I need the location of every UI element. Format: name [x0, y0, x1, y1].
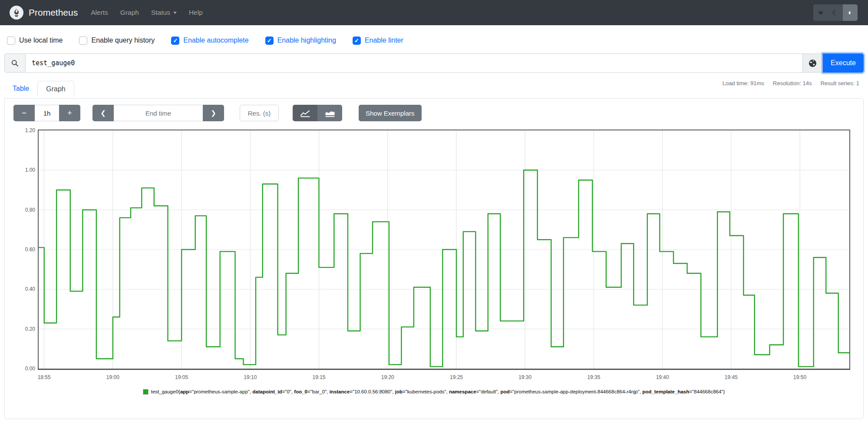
query-options-row: Use local time Enable query history Enab…	[7, 32, 403, 49]
auto-theme-icon[interactable]: ◐	[843, 4, 858, 21]
dark-theme-icon[interactable]: ☾	[828, 4, 843, 21]
x-axis-labels: 18:5519:0019:0519:1019:1519:2019:2519:30…	[5, 99, 863, 107]
option-use-local-time[interactable]: Use local time	[7, 37, 63, 45]
stat-load-time: Load time: 91ms	[723, 80, 764, 87]
checkbox-enable-query-history[interactable]	[79, 37, 87, 45]
nav-item-help[interactable]: Help	[189, 9, 203, 17]
query-expression-input[interactable]	[25, 53, 803, 73]
checkbox-enable-autocomplete[interactable]	[171, 37, 179, 45]
x-tick-label: 19:20	[370, 374, 405, 380]
y-tick-label: 0.00	[5, 366, 35, 372]
y-tick-label: 0.80	[5, 207, 35, 213]
prometheus-flame-icon	[10, 6, 23, 20]
tab-graph[interactable]: Graph	[37, 81, 74, 97]
series-line	[39, 170, 849, 366]
chart-svg	[39, 130, 849, 369]
prometheus-brand[interactable]: Prometheus	[10, 6, 78, 20]
nav-item-graph[interactable]: Graph	[120, 9, 139, 17]
chevron-down-icon	[173, 12, 177, 14]
x-tick-label: 19:35	[576, 374, 611, 380]
tab-table[interactable]: Table	[4, 81, 37, 97]
series-legend: test_gauge0{app="prometheus-sample-app",…	[5, 389, 863, 394]
x-tick-label: 19:25	[439, 374, 474, 380]
navbar: Prometheus Alerts Graph Status Help ☀ ☾ …	[0, 0, 868, 25]
x-tick-label: 19:05	[164, 374, 199, 380]
metrics-explorer-globe-icon[interactable]	[803, 53, 823, 73]
series-label[interactable]: test_gauge0{app="prometheus-sample-app",…	[151, 389, 725, 394]
search-icon	[4, 53, 25, 73]
x-tick-label: 19:45	[714, 374, 749, 380]
y-tick-label: 0.60	[5, 246, 35, 253]
light-theme-icon[interactable]: ☀	[813, 4, 828, 21]
y-axis-labels: 0.000.200.400.600.801.001.20	[5, 99, 35, 403]
option-enable-highlighting[interactable]: Enable highlighting	[265, 37, 336, 45]
execute-button[interactable]: Execute	[823, 53, 864, 73]
checkbox-enable-highlighting[interactable]	[265, 37, 274, 45]
x-tick-label: 19:10	[233, 374, 267, 380]
result-tabs: Table Graph	[4, 81, 74, 97]
graph-panel: − 1h + ❮ End time ❯ Show Exemplars 0.000…	[4, 98, 864, 419]
y-tick-label: 1.00	[5, 167, 35, 173]
nav-item-alerts[interactable]: Alerts	[91, 9, 108, 17]
option-enable-query-history[interactable]: Enable query history	[79, 37, 155, 45]
y-tick-label: 0.40	[5, 286, 35, 292]
x-tick-label: 18:55	[27, 374, 62, 380]
stat-result-series: Result series: 1	[820, 80, 859, 87]
theme-toggle-group: ☀ ☾ ◐	[813, 4, 858, 21]
brand-name: Prometheus	[29, 7, 78, 18]
x-tick-label: 19:50	[782, 374, 817, 380]
checkbox-use-local-time[interactable]	[7, 37, 15, 45]
x-tick-label: 19:30	[508, 374, 542, 380]
option-enable-linter[interactable]: Enable linter	[353, 37, 403, 45]
stat-resolution: Resolution: 14s	[773, 80, 812, 87]
y-tick-label: 0.20	[5, 326, 35, 332]
series-color-swatch[interactable]	[143, 389, 148, 394]
plot-area[interactable]	[38, 130, 850, 370]
checkbox-enable-linter[interactable]	[353, 37, 361, 45]
x-tick-label: 19:15	[302, 374, 337, 380]
query-stats: Load time: 91ms Resolution: 14s Result s…	[723, 80, 859, 87]
nav-item-status-dropdown[interactable]: Status	[151, 9, 177, 17]
x-tick-label: 19:00	[96, 374, 130, 380]
query-bar: Execute	[4, 53, 864, 73]
option-enable-autocomplete[interactable]: Enable autocomplete	[171, 37, 248, 45]
y-tick-label: 1.20	[5, 127, 35, 133]
x-tick-label: 19:40	[645, 374, 680, 380]
